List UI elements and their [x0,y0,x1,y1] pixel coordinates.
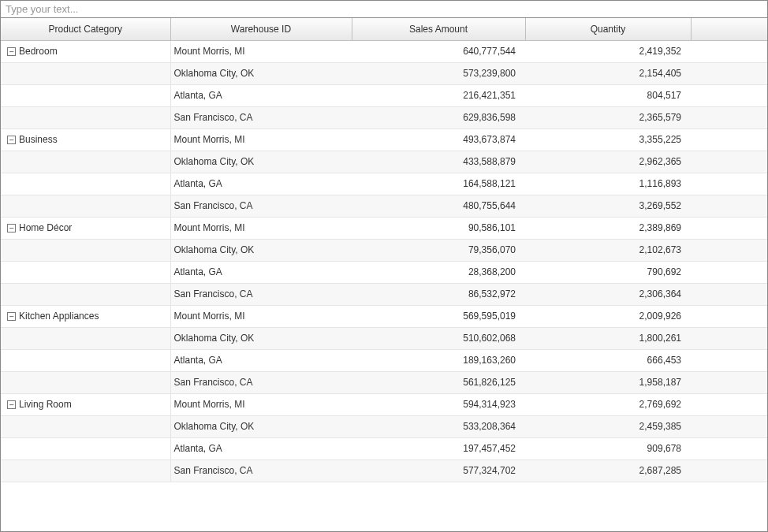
header-row: Product Category Warehouse ID Sales Amou… [1,18,767,40]
category-cell: −Business [1,128,170,151]
warehouse-cell: Mount Morris, MI [170,393,352,415]
category-label: Home Décor [19,222,72,233]
table-row[interactable]: Oklahoma City, OK533,208,3642,459,385 [1,415,767,437]
extra-cell [691,239,767,261]
category-cell [1,327,170,349]
qty-cell: 666,453 [525,349,691,371]
sales-cell: 28,368,200 [352,261,525,283]
sales-cell: 561,826,125 [352,371,525,393]
warehouse-cell: Atlanta, GA [170,173,352,195]
collapse-icon[interactable]: − [7,312,16,321]
sales-cell: 493,673,874 [352,128,525,151]
category-cell [1,173,170,195]
category-cell [1,62,170,84]
category-cell [1,349,170,371]
table-row[interactable]: Atlanta, GA164,588,1211,116,893 [1,173,767,195]
category-cell [1,371,170,393]
category-cell [1,151,170,173]
qty-cell: 909,678 [525,437,691,459]
sales-cell: 480,755,644 [352,195,525,217]
table-row[interactable]: −Kitchen AppliancesMount Morris, MI569,5… [1,305,767,327]
extra-cell [691,415,767,437]
warehouse-cell: Atlanta, GA [170,261,352,283]
qty-cell: 804,517 [525,84,691,106]
table-row[interactable]: Atlanta, GA189,163,260666,453 [1,349,767,371]
sales-cell: 640,777,544 [352,40,525,62]
table-row[interactable]: −BedroomMount Morris, MI640,777,5442,419… [1,40,767,62]
table-row[interactable]: San Francisco, CA480,755,6443,269,552 [1,195,767,217]
extra-cell [691,393,767,415]
qty-cell: 1,958,187 [525,371,691,393]
table-row[interactable]: San Francisco, CA561,826,1251,958,187 [1,371,767,393]
header-extra[interactable] [691,18,767,40]
extra-cell [691,128,767,151]
header-qty[interactable]: Quantity [525,18,691,40]
header-warehouse[interactable]: Warehouse ID [170,18,352,40]
sales-cell: 573,239,800 [352,62,525,84]
table-row[interactable]: Atlanta, GA216,421,351804,517 [1,84,767,106]
extra-cell [691,173,767,195]
table-row[interactable]: Oklahoma City, OK79,356,0702,102,673 [1,239,767,261]
category-cell [1,84,170,106]
table-row[interactable]: −Home DécorMount Morris, MI90,586,1012,3… [1,217,767,239]
warehouse-cell: San Francisco, CA [170,106,352,128]
warehouse-cell: San Francisco, CA [170,459,352,482]
sales-cell: 86,532,972 [352,283,525,305]
qty-cell: 2,154,405 [525,62,691,84]
sales-cell: 197,457,452 [352,437,525,459]
sales-cell: 533,208,364 [352,415,525,437]
pivot-table: Product Category Warehouse ID Sales Amou… [1,18,767,482]
category-label: Bedroom [19,46,58,57]
warehouse-cell: Mount Morris, MI [170,128,352,151]
sales-cell: 629,836,598 [352,106,525,128]
warehouse-cell: Oklahoma City, OK [170,239,352,261]
qty-cell: 1,800,261 [525,327,691,349]
table-row[interactable]: −Living RoomMount Morris, MI594,314,9232… [1,393,767,415]
category-cell [1,261,170,283]
report-container: Product Category Warehouse ID Sales Amou… [0,0,768,532]
warehouse-cell: Atlanta, GA [170,84,352,106]
category-cell: −Bedroom [1,40,170,62]
table-row[interactable]: Oklahoma City, OK433,588,8792,962,365 [1,151,767,173]
sales-cell: 577,324,702 [352,459,525,482]
category-label: Living Room [19,399,72,410]
qty-cell: 2,962,365 [525,151,691,173]
category-cell [1,459,170,482]
table-row[interactable]: San Francisco, CA629,836,5982,365,579 [1,106,767,128]
warehouse-cell: Mount Morris, MI [170,40,352,62]
warehouse-cell: Atlanta, GA [170,349,352,371]
warehouse-cell: Oklahoma City, OK [170,415,352,437]
extra-cell [691,371,767,393]
sales-cell: 433,588,879 [352,151,525,173]
category-label: Business [19,134,58,145]
qty-cell: 1,116,893 [525,173,691,195]
warehouse-cell: San Francisco, CA [170,371,352,393]
collapse-icon[interactable]: − [7,47,16,56]
grid-wrapper: Product Category Warehouse ID Sales Amou… [1,18,767,531]
qty-cell: 2,102,673 [525,239,691,261]
qty-cell: 2,769,692 [525,393,691,415]
text-input[interactable] [1,1,767,18]
table-row[interactable]: Atlanta, GA197,457,452909,678 [1,437,767,459]
qty-cell: 2,009,926 [525,305,691,327]
table-row[interactable]: Atlanta, GA28,368,200790,692 [1,261,767,283]
collapse-icon[interactable]: − [7,400,16,409]
table-row[interactable]: Oklahoma City, OK573,239,8002,154,405 [1,62,767,84]
extra-cell [691,40,767,62]
table-row[interactable]: San Francisco, CA577,324,7022,687,285 [1,459,767,482]
header-sales[interactable]: Sales Amount [352,18,525,40]
category-label: Kitchen Appliances [19,311,99,322]
category-cell: −Home Décor [1,217,170,239]
category-cell: −Kitchen Appliances [1,305,170,327]
collapse-icon[interactable]: − [7,136,16,144]
table-row[interactable]: San Francisco, CA86,532,9722,306,364 [1,283,767,305]
collapse-icon[interactable]: − [7,224,16,233]
header-category[interactable]: Product Category [1,18,170,40]
warehouse-cell: Atlanta, GA [170,437,352,459]
sales-cell: 216,421,351 [352,84,525,106]
table-row[interactable]: −BusinessMount Morris, MI493,673,8743,35… [1,128,767,151]
extra-cell [691,195,767,217]
warehouse-cell: Mount Morris, MI [170,305,352,327]
extra-cell [691,106,767,128]
table-row[interactable]: Oklahoma City, OK510,602,0681,800,261 [1,327,767,349]
